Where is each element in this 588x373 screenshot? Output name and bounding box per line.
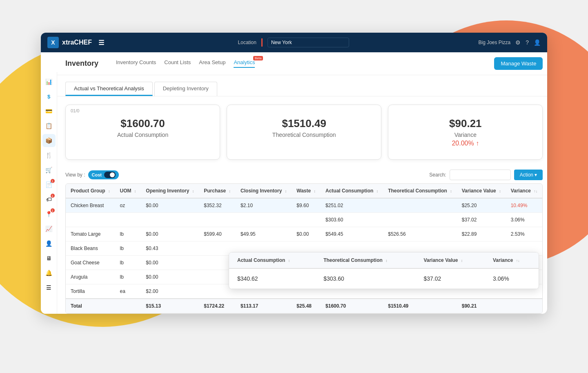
cell-purchase <box>199 213 236 227</box>
search-input[interactable] <box>450 170 511 180</box>
cell-closing <box>236 213 292 227</box>
cell-purchase: $599.40 <box>199 227 236 241</box>
popup-card: Actual Consumption ↕ Theoretical Consump… <box>229 252 539 289</box>
sort-icon-variance-val[interactable]: ↕ <box>499 189 501 193</box>
sidebar-item-recipes[interactable]: 🍴 <box>42 149 56 162</box>
sort-icon-popup-theoretical[interactable]: ↕ <box>385 259 388 263</box>
sort-icon-popup-actual[interactable]: ↕ <box>288 259 290 263</box>
tab-area-setup[interactable]: Area Setup <box>199 59 225 68</box>
user-icon[interactable]: 👤 <box>534 39 541 46</box>
col-variance-value[interactable]: Variance Value ↕ <box>457 184 506 198</box>
total-purchase: $1724.22 <box>199 299 236 313</box>
sidebar-item-inventory[interactable]: 📦 <box>42 134 56 147</box>
col-actual-consumption[interactable]: Actual Consumption ↕ <box>321 184 383 198</box>
popup-header-row: Actual Consumption ↕ Theoretical Consump… <box>229 252 539 268</box>
sidebar-item-orders[interactable]: 🛒 <box>42 163 56 176</box>
sort-icon-actual[interactable]: ↕ <box>376 189 379 193</box>
cell-variance-value: $25.20 <box>457 198 506 213</box>
sidebar-item-analytics[interactable]: 📈 <box>42 222 56 235</box>
sidebar-item-dashboard[interactable]: 📊 <box>42 75 56 88</box>
popup-table: Actual Consumption ↕ Theoretical Consump… <box>229 252 539 289</box>
navbar-center: Location New York <box>109 38 479 47</box>
sidebar-item-menu[interactable]: ☰ <box>42 281 56 294</box>
col-product-group[interactable]: Product Group ↕ <box>66 184 115 198</box>
col-variance[interactable]: Variance ↑↓ <box>506 184 543 198</box>
table-row: Tomato Large lb $0.00 $599.40 $49.95 $0.… <box>66 227 542 241</box>
sidebar-item-cost[interactable]: $ <box>42 90 56 103</box>
date-label: 01/0 <box>71 108 79 113</box>
beta-badge: Beta <box>253 56 263 60</box>
view-by-toggle[interactable]: Cost <box>88 170 118 179</box>
cell-opening <box>141 213 199 227</box>
cell-waste <box>292 213 321 227</box>
page-title: Inventory <box>65 59 106 68</box>
gear-icon[interactable]: ⚙ <box>515 39 521 46</box>
popup-theoretical: $303.60 <box>315 268 415 289</box>
popup-col-variance[interactable]: Variance ↑↓ <box>485 252 539 268</box>
variance-label: Variance <box>396 132 534 138</box>
sort-icon-uom[interactable]: ↕ <box>134 189 136 193</box>
sort-icon-popup-variance[interactable]: ↑↓ <box>516 259 520 263</box>
popup-actual: $340.62 <box>229 268 315 289</box>
toggle-switch[interactable] <box>104 172 116 178</box>
hamburger-icon[interactable]: ☰ <box>98 39 104 47</box>
col-purchase[interactable]: Purchase ↕ <box>199 184 236 198</box>
sidebar-item-display[interactable]: 🖥 <box>42 252 56 265</box>
theoretical-consumption-label: Theoretical Consumption <box>235 132 373 138</box>
cell-opening: $0.00 <box>141 227 199 241</box>
sort-icon-opening[interactable]: ↕ <box>192 189 194 193</box>
location-label: Location <box>238 40 256 45</box>
total-closing: $113.17 <box>236 299 292 313</box>
location-select[interactable]: New York <box>267 38 349 47</box>
popup-col-actual[interactable]: Actual Consumption ↕ <box>229 252 315 268</box>
page-header: Inventory Inventory Counts Count Lists A… <box>57 52 547 75</box>
cell-actual: $549.45 <box>321 227 383 241</box>
cell-product-group: Chicken Breast <box>66 198 115 213</box>
col-closing-inventory[interactable]: Closing Inventory ↕ <box>236 184 292 198</box>
sidebar-item-users[interactable]: 👤 <box>42 237 56 250</box>
col-theoretical-consumption[interactable]: Theoretical Consumption ↕ <box>383 184 457 198</box>
total-row: Total $15.13 $1724.22 $113.17 $25.48 $16… <box>66 299 542 313</box>
theoretical-consumption-value: $1510.49 <box>235 117 373 130</box>
cell-product-group <box>66 213 115 227</box>
sort-icon-purchase[interactable]: ↕ <box>229 189 231 193</box>
sort-icon-closing[interactable]: ↕ <box>285 189 287 193</box>
col-waste[interactable]: Waste ↕ <box>292 184 321 198</box>
help-icon[interactable]: ? <box>526 39 529 46</box>
tab-inventory-counts[interactable]: Inventory Counts <box>116 59 156 68</box>
popup-variance-value: $37.02 <box>415 268 485 289</box>
cell-variance: 10.49% <box>506 198 543 213</box>
col-uom[interactable]: UOM ↕ <box>115 184 141 198</box>
sort-icon-variance[interactable]: ↑↓ <box>534 189 537 193</box>
cell-opening: $0.00 <box>141 270 199 284</box>
action-button[interactable]: Action ▾ <box>514 170 543 180</box>
table-row: Chicken Breast oz $0.00 $352.32 $2.10 $9… <box>66 198 542 213</box>
company-name: Big Joes Pizza <box>479 40 511 45</box>
metric-card-theoretical: $1510.49 Theoretical Consumption <box>227 105 381 160</box>
popup-col-variance-value[interactable]: Variance Value ↕ <box>415 252 485 268</box>
popup-col-theoretical[interactable]: Theoretical Consumption ↕ <box>315 252 415 268</box>
cell-variance-value: $22.89 <box>457 227 506 241</box>
col-opening-inventory[interactable]: Opening Inventory ↕ <box>141 184 199 198</box>
sort-icon-waste[interactable]: ↕ <box>314 189 316 193</box>
tab-count-lists[interactable]: Count Lists <box>164 59 191 68</box>
sort-icon-popup-variance-val[interactable]: ↕ <box>461 259 463 263</box>
cell-uom: lb <box>115 256 141 270</box>
cell-opening: $0.00 <box>141 198 199 213</box>
sidebar-item-documents[interactable]: 📄1 <box>42 178 56 191</box>
manage-waste-button[interactable]: Manage Waste <box>494 57 543 70</box>
cell-product-group: Arugula <box>66 270 115 284</box>
app-name: xtraCHEF <box>62 39 92 46</box>
sidebar-item-reports[interactable]: 📋 <box>42 119 56 132</box>
sidebar-item-notifications[interactable]: 🔔 <box>42 266 56 279</box>
tab-depleting-inventory[interactable]: Depleting Inventory <box>154 82 217 96</box>
total-actual: $1600.70 <box>321 299 383 313</box>
main-table: Product Group ↕ UOM ↕ Opening Inventory … <box>66 184 542 313</box>
sort-icon-theoretical[interactable]: ↕ <box>450 189 452 193</box>
tab-actual-vs-theoretical[interactable]: Actual vs Theoretical Analysis <box>65 82 153 96</box>
sidebar-item-locations[interactable]: 📍1 <box>42 208 56 221</box>
tab-analytics[interactable]: Analytics Beta <box>234 59 255 68</box>
sidebar-item-payments[interactable]: 💳 <box>42 105 56 118</box>
sort-icon-product-group[interactable]: ↕ <box>108 189 110 193</box>
sidebar-item-tags[interactable]: 🏷1 <box>42 193 56 206</box>
